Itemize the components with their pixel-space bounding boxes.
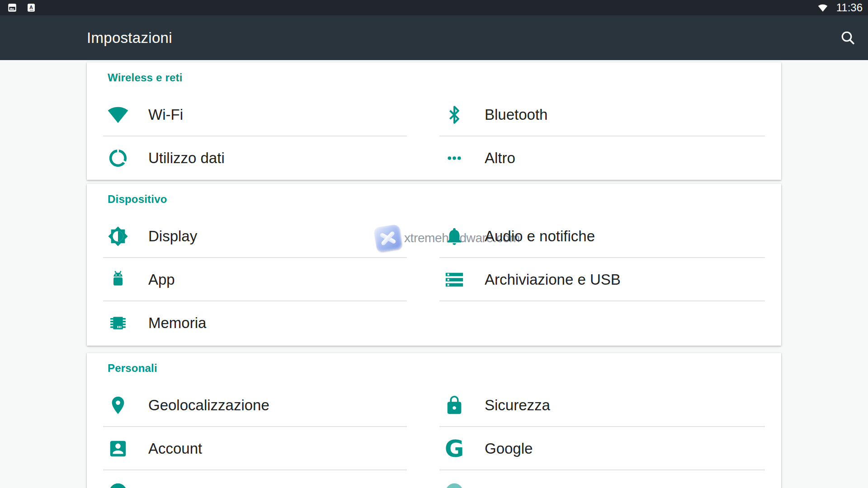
settings-item-sicurezza[interactable]: Sicurezza [423,384,781,427]
bluetooth-icon [444,104,465,125]
item-label: Archiviazione e USB [485,271,621,288]
status-time: 11:36 [836,0,863,15]
item-label: Sicurezza [485,397,550,414]
item-label: Google [485,440,533,457]
status-bar: 11:36 [0,0,868,15]
app-bar: Impostazioni [0,15,868,60]
item-label: Audio e notifiche [485,228,595,245]
card-wireless-e-reti: Wireless e reti Wi-Fi Utilizzo dati Blue… [87,62,781,180]
card-personali: Personali Geolocalizzazione Account Sicu… [87,353,781,488]
settings-item-account[interactable]: Account [87,427,423,470]
brightness-icon [108,226,128,247]
settings-item-google[interactable]: G Google [423,427,781,470]
section-header: Personali [87,353,781,384]
settings-item-audio-e-notifiche[interactable]: Audio e notifiche [423,215,781,258]
settings-item-geolocalizzazione[interactable]: Geolocalizzazione [87,384,423,427]
location-pin-icon [108,395,128,416]
settings-item-display[interactable]: Display [87,215,423,258]
card-right-column: Audio e notifiche Archiviazione e USB [423,215,781,345]
item-label: Bluetooth [485,106,547,123]
photo-icon [8,3,17,12]
item-label: Altro [485,150,515,167]
item-label: Display [148,228,197,245]
settings-item-wifi[interactable]: Wi-Fi [87,93,423,136]
settings-item-lingua-partial[interactable] [87,470,423,488]
search-button[interactable] [840,30,856,46]
settings-item-bluetooth[interactable]: Bluetooth [423,93,781,136]
section-header: Dispositivo [87,184,781,215]
globe-icon [108,482,128,488]
card-left-column: Display App Memoria [87,215,423,345]
settings-item-app[interactable]: App [87,258,423,301]
section-header: Wireless e reti [87,62,781,93]
data-usage-icon [108,148,128,169]
restore-icon [444,482,465,488]
item-label: Memoria [148,314,206,332]
settings-item-utilizzo-dati[interactable]: Utilizzo dati [87,136,423,180]
wifi-icon [108,104,128,125]
item-label: Geolocalizzazione [148,397,269,414]
settings-item-archiviazione-e-usb[interactable]: Archiviazione e USB [423,258,781,301]
settings-item-memoria[interactable]: Memoria [87,301,423,345]
search-icon [840,30,856,46]
item-label: Wi-Fi [148,106,183,123]
memory-chip-icon [108,313,128,333]
item-label: App [148,271,175,288]
settings-item-altro[interactable]: Altro [423,136,781,180]
card-left-column: Geolocalizzazione Account [87,384,423,488]
account-box-icon [108,438,128,459]
lock-icon [444,395,465,416]
wifi-status-icon [817,3,828,13]
item-label: Utilizzo dati [148,150,225,167]
card-dispositivo: Dispositivo Display App Memoria Audio e … [87,184,781,346]
storage-icon [444,269,465,290]
card-right-column: Bluetooth Altro [423,93,781,180]
item-label: Account [148,440,202,457]
more-horiz-icon [444,148,465,169]
google-g-icon: G [444,438,465,459]
settings-item-backup-partial[interactable] [423,470,781,488]
page-title: Impostazioni [87,15,172,60]
letter-a-icon [27,3,36,12]
card-left-column: Wi-Fi Utilizzo dati [87,93,423,180]
card-right-column: Sicurezza G Google [423,384,781,488]
bell-icon [444,226,465,247]
android-icon [108,269,128,290]
